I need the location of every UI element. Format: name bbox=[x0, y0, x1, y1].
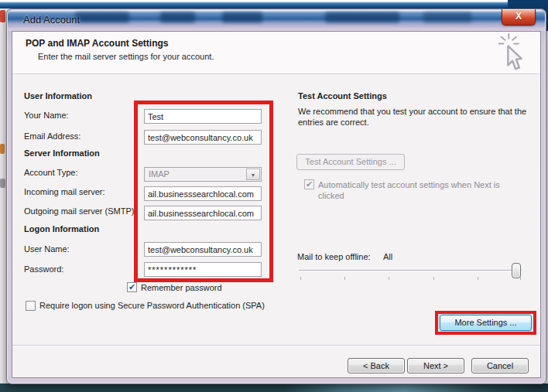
section-server-information: Server Information bbox=[24, 148, 100, 158]
auto-test-label: Automatically test account settings when… bbox=[318, 179, 513, 201]
background-fragment bbox=[0, 10, 5, 22]
test-account-description: We recommend that you test your account … bbox=[298, 106, 529, 128]
remember-password-label: Remember password bbox=[141, 283, 222, 292]
cancel-button[interactable]: Cancel bbox=[471, 358, 529, 373]
background-fragment bbox=[0, 179, 5, 188]
dialog-client-area: POP and IMAP Account Settings Enter the … bbox=[12, 31, 541, 378]
next-button[interactable]: Next > bbox=[407, 358, 464, 373]
close-icon: X bbox=[515, 11, 522, 22]
offline-slider-thumb[interactable] bbox=[512, 263, 521, 278]
spa-checkbox[interactable] bbox=[26, 301, 36, 311]
account-type-dropdown[interactable]: IMAP ▼ bbox=[144, 167, 262, 182]
offline-mail-value: All bbox=[383, 252, 392, 261]
section-user-information: User Information bbox=[24, 91, 92, 101]
spa-label: Require logon using Secure Password Auth… bbox=[39, 301, 265, 311]
page-title: POP and IMAP Account Settings bbox=[26, 38, 168, 49]
background-window-bottom-bar bbox=[0, 383, 548, 392]
offline-slider[interactable] bbox=[299, 270, 522, 271]
more-settings-button[interactable]: More Settings ... bbox=[440, 315, 532, 331]
check-icon: ✔ bbox=[128, 282, 135, 291]
email-address-input[interactable] bbox=[144, 130, 262, 145]
background-fragment bbox=[0, 144, 5, 154]
screen: Add Account X POP and IMAP Account Setti… bbox=[0, 0, 548, 392]
close-button[interactable]: X bbox=[502, 9, 536, 26]
auto-test-checkbox[interactable]: ✔ bbox=[304, 179, 314, 189]
slider-tick bbox=[478, 277, 478, 280]
your-name-input[interactable] bbox=[144, 109, 262, 124]
outgoing-server-input[interactable] bbox=[144, 206, 262, 220]
back-button[interactable]: < Back bbox=[348, 358, 405, 373]
slider-tick bbox=[520, 277, 521, 280]
email-address-label: Email Address: bbox=[24, 131, 80, 141]
chevron-down-icon[interactable]: ▼ bbox=[246, 169, 260, 180]
dialog-header: POP and IMAP Account Settings Enter the … bbox=[12, 32, 540, 74]
user-name-input[interactable] bbox=[144, 242, 262, 257]
check-icon: ✔ bbox=[306, 179, 313, 189]
your-name-label: Your Name: bbox=[24, 111, 69, 120]
dialog-title: Add Account bbox=[23, 14, 80, 26]
glass-blur-smudge bbox=[160, 12, 195, 22]
incoming-server-label: Incoming mail server: bbox=[24, 187, 105, 196]
account-type-value: IMAP bbox=[149, 169, 170, 179]
section-logon-information: Logon Information bbox=[24, 224, 99, 233]
password-label: Password: bbox=[24, 264, 63, 274]
add-account-dialog: Add Account X POP and IMAP Account Setti… bbox=[6, 9, 546, 384]
cursor-click-icon bbox=[498, 33, 533, 75]
page-subtitle: Enter the mail server settings for your … bbox=[38, 52, 214, 61]
incoming-server-input[interactable] bbox=[144, 186, 262, 201]
remember-password-checkbox[interactable]: ✔ bbox=[127, 282, 137, 292]
section-test-account-settings: Test Account Settings bbox=[298, 91, 387, 101]
test-account-settings-button[interactable]: Test Account Settings ... bbox=[296, 154, 405, 170]
user-name-label: User Name: bbox=[24, 244, 70, 254]
glass-blur-smudge bbox=[75, 12, 129, 22]
account-type-label: Account Type: bbox=[24, 168, 78, 177]
dialog-titlebar[interactable]: Add Account bbox=[8, 10, 545, 31]
glass-blur-smudge bbox=[325, 12, 399, 22]
slider-tick bbox=[389, 277, 389, 280]
slider-tick bbox=[300, 277, 301, 280]
password-input[interactable] bbox=[144, 262, 262, 277]
slider-tick bbox=[344, 277, 345, 280]
outgoing-server-label: Outgoing mail server (SMTP): bbox=[24, 206, 136, 216]
offline-mail-label: Mail to keep offline: bbox=[297, 252, 371, 261]
glass-blur-smudge bbox=[222, 12, 262, 22]
glass-blur-smudge bbox=[423, 12, 471, 22]
background-window-top-bar bbox=[0, 0, 548, 9]
slider-tick bbox=[433, 277, 434, 280]
button-row-separator bbox=[12, 345, 540, 346]
